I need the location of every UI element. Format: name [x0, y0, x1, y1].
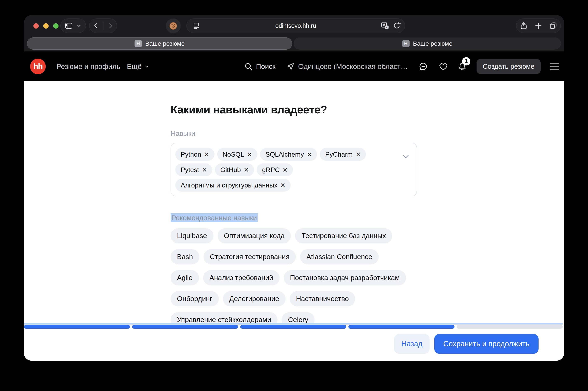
create-resume-button[interactable]: Создать резюме: [476, 59, 541, 74]
nav-resume-profile[interactable]: Резюме и профиль: [56, 62, 120, 71]
browser-window: odintsovo.hh.ru A x: [24, 15, 564, 361]
skill-chip-label: Pytest: [181, 166, 199, 174]
tab-your-resume-active[interactable]: H Ваше резюме: [27, 37, 292, 50]
header-location[interactable]: Одинцово (Московская област…: [286, 62, 408, 71]
chevron-down-icon: [76, 23, 82, 29]
recommended-skill-chip[interactable]: Анализ требований: [203, 270, 280, 286]
nav-more[interactable]: Ещё: [127, 62, 149, 71]
recommended-skill-chip[interactable]: Agile: [171, 270, 199, 286]
selected-skill-chip[interactable]: Python ×: [175, 148, 214, 161]
chats-icon[interactable]: [419, 62, 428, 71]
selected-skill-chip[interactable]: Pytest ×: [175, 163, 212, 176]
recommended-skill-chip[interactable]: Bash: [171, 249, 199, 264]
remove-skill-icon[interactable]: ×: [281, 182, 285, 189]
skill-chip-row: Pytest × GitHub × gRPC ×: [175, 163, 394, 176]
nav-more-label: Ещё: [127, 62, 142, 71]
recommended-skill-chip[interactable]: Онбординг: [171, 291, 219, 306]
recommended-skill-chip[interactable]: Liquibase: [171, 228, 213, 243]
selected-skill-chip[interactable]: PyCharm ×: [320, 148, 366, 161]
recommended-skill-chip[interactable]: Atlassian Confluence: [300, 249, 378, 264]
recommended-skill-chip[interactable]: Тестирование баз данных: [295, 228, 392, 243]
remove-skill-icon[interactable]: ×: [244, 167, 249, 173]
selected-text-highlight: Рекомендованные навыки: [171, 213, 258, 222]
address-bar[interactable]: odintsovo.hh.ru A x: [186, 18, 405, 33]
selected-skill-chip[interactable]: GitHub ×: [215, 163, 254, 176]
reload-icon[interactable]: [393, 21, 401, 30]
url-text: odintsovo.hh.ru: [187, 22, 405, 29]
back-button[interactable]: Назад: [394, 334, 429, 354]
remove-skill-icon[interactable]: ×: [247, 151, 252, 158]
selected-skills: Python × NoSQL × SQLAlchemy × PyCharm ×: [175, 148, 394, 192]
traffic-lights: [33, 15, 58, 37]
expand-field-chevron-icon[interactable]: [401, 152, 410, 161]
remove-skill-icon[interactable]: ×: [283, 167, 288, 173]
progress-segment: [132, 325, 238, 329]
forward-button[interactable]: [107, 22, 114, 29]
skill-chip-label: gRPC: [262, 166, 280, 174]
skill-chip-label: NoSQL: [223, 151, 244, 158]
search-label: Поиск: [256, 62, 276, 70]
skill-chip-label: Алгоритмы и структуры данных: [181, 182, 277, 189]
save-and-continue-button[interactable]: Сохранить и продолжить: [434, 334, 539, 354]
remove-skill-icon[interactable]: ×: [307, 151, 312, 158]
skill-chip-label: Bash: [177, 253, 193, 261]
minimize-window-button[interactable]: [43, 23, 49, 29]
menu-burger-icon[interactable]: [550, 63, 559, 70]
bottom-bar: Назад Сохранить и продолжить: [24, 323, 564, 361]
history-nav: [89, 18, 117, 33]
skill-chip-row: Python × NoSQL × SQLAlchemy × PyCharm ×: [175, 148, 394, 161]
header-search[interactable]: Поиск: [244, 62, 276, 71]
zoom-window-button[interactable]: [53, 23, 58, 29]
skill-chip-label: GitHub: [220, 166, 241, 174]
progress-segment: [348, 325, 454, 329]
skill-chip-label: Тестирование баз данных: [301, 232, 386, 240]
toolbar-divider: [103, 22, 103, 30]
tab-label: Ваше резюме: [145, 40, 185, 47]
selected-skill-chip[interactable]: NoSQL ×: [217, 148, 257, 161]
tab-your-resume-inactive[interactable]: H Ваше резюме: [294, 37, 561, 50]
recommended-skills: Liquibase Оптимизация кода Тестирование …: [171, 228, 417, 327]
favorites-heart-icon[interactable]: [439, 62, 448, 71]
remove-skill-icon[interactable]: ×: [204, 151, 209, 158]
notifications-bell[interactable]: 1: [457, 62, 467, 71]
recommended-skill-chip[interactable]: Постановка задач разработчикам: [284, 270, 406, 286]
progress-segment: [240, 325, 346, 329]
skills-field-label: Навыки: [171, 129, 417, 137]
location-label: Одинцово (Московская област…: [298, 62, 408, 71]
close-window-button[interactable]: [33, 23, 39, 29]
share-icon[interactable]: [519, 21, 528, 30]
skill-chip-label: PyCharm: [325, 151, 352, 158]
back-button[interactable]: [92, 22, 100, 29]
tab-label: Ваше резюме: [413, 40, 452, 47]
remove-skill-icon[interactable]: ×: [356, 151, 361, 158]
selected-skill-chip[interactable]: SQLAlchemy ×: [260, 148, 317, 161]
hh-logo[interactable]: hh: [30, 59, 46, 74]
hh-favicon: H: [402, 40, 410, 47]
site-header: hh Резюме и профиль Ещё: [24, 51, 564, 81]
svg-text:x: x: [386, 26, 388, 29]
browser-toolbar: odintsovo.hh.ru A x: [24, 15, 564, 37]
progress-bar: [24, 325, 563, 329]
main-content: Какими навыками владеете? Навыки Python …: [171, 81, 417, 327]
progress-highlight-strip: [24, 323, 563, 324]
progress-segment: [456, 325, 563, 329]
recommended-skill-chip[interactable]: Делегирование: [223, 291, 286, 306]
recommended-skills-label: Рекомендованные навыки: [171, 214, 417, 222]
selected-skill-chip[interactable]: gRPC ×: [257, 163, 293, 176]
skill-chip-label: Atlassian Confluence: [306, 253, 372, 261]
skills-input-field[interactable]: Python × NoSQL × SQLAlchemy × PyCharm ×: [171, 143, 417, 196]
skill-chip-row: Liquibase Оптимизация кода Тестирование …: [171, 228, 417, 243]
translate-icon[interactable]: A x: [381, 21, 390, 30]
skill-chip-label: SQLAlchemy: [265, 151, 304, 158]
sidebar-toggle-button[interactable]: [60, 18, 86, 33]
page-title: Какими навыками владеете?: [171, 103, 417, 116]
tab-overview-icon[interactable]: [549, 21, 558, 30]
progress-segment: [24, 325, 130, 329]
extension-cookie-button[interactable]: [166, 18, 181, 33]
new-tab-icon[interactable]: [534, 21, 543, 30]
selected-skill-chip[interactable]: Алгоритмы и структуры данных ×: [175, 179, 291, 192]
remove-skill-icon[interactable]: ×: [202, 167, 207, 173]
recommended-skill-chip[interactable]: Наставничество: [290, 291, 355, 306]
recommended-skill-chip[interactable]: Стратегия тестирования: [204, 249, 296, 264]
recommended-skill-chip[interactable]: Оптимизация кода: [218, 228, 291, 243]
